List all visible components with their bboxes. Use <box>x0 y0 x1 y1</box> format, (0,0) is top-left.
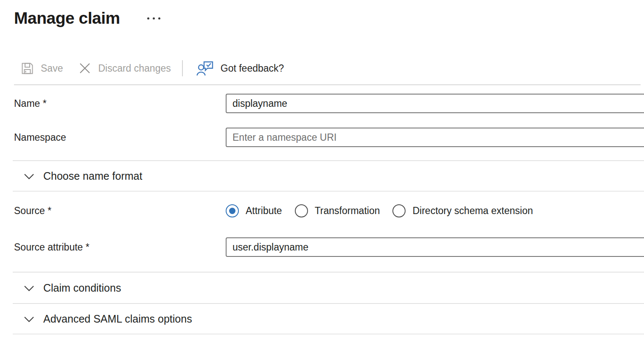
radio-label[interactable]: Directory schema extension <box>412 205 533 217</box>
source-attribute-input[interactable] <box>226 237 644 257</box>
command-bar: Save Discard changes Got fee <box>0 58 644 78</box>
source-option-transformation[interactable]: Transformation <box>295 204 380 217</box>
radio-label[interactable]: Attribute <box>246 205 282 217</box>
section-advanced-saml-claims-options[interactable]: Advanced SAML claims options <box>13 303 644 334</box>
page-title: Manage claim <box>14 9 120 28</box>
chevron-down-icon <box>23 282 35 294</box>
namespace-label: Namespace <box>14 132 226 143</box>
ellipsis-more-icon[interactable] <box>145 15 163 22</box>
source-option-directory-schema-extension[interactable]: Directory schema extension <box>392 204 533 217</box>
source-option-attribute[interactable]: Attribute <box>226 204 282 217</box>
toolbar-bottom-divider <box>14 84 641 85</box>
chevron-down-icon <box>23 170 35 182</box>
save-button[interactable]: Save <box>20 61 63 75</box>
source-attribute-field-row: Source attribute * <box>0 237 644 257</box>
source-attribute-label: Source attribute * <box>14 242 226 253</box>
x-close-icon <box>78 61 92 75</box>
person-speech-bubble-icon <box>196 60 214 77</box>
section-title: Choose name format <box>43 170 142 182</box>
section-title: Advanced SAML claims options <box>43 313 192 325</box>
namespace-input[interactable] <box>226 128 644 147</box>
source-radio-group: Attribute Transformation Directory schem… <box>226 204 546 217</box>
radio-icon[interactable] <box>226 204 239 217</box>
toolbar-divider <box>182 60 183 76</box>
radio-icon[interactable] <box>295 204 308 217</box>
page-header: Manage claim <box>14 8 644 29</box>
discard-changes-button[interactable]: Discard changes <box>78 61 171 75</box>
radio-icon[interactable] <box>392 204 406 217</box>
section-choose-name-format[interactable]: Choose name format <box>13 160 644 192</box>
namespace-field-row: Namespace <box>0 128 644 147</box>
manage-claim-page: Manage claim Save <box>0 0 644 334</box>
chevron-down-icon <box>23 313 35 325</box>
section-title: Claim conditions <box>43 282 121 294</box>
radio-label[interactable]: Transformation <box>315 205 380 217</box>
save-label: Save <box>41 63 63 74</box>
discard-label: Discard changes <box>98 63 171 74</box>
feedback-label: Got feedback? <box>221 63 284 74</box>
source-field-row: Source * Attribute Transformation Direct… <box>0 201 644 220</box>
source-label: Source * <box>14 205 226 217</box>
name-label: Name * <box>14 98 226 109</box>
got-feedback-button[interactable]: Got feedback? <box>196 60 284 77</box>
collapsible-sections: Claim conditions Advanced SAML claims op… <box>13 272 644 334</box>
floppy-disk-icon <box>20 61 34 75</box>
name-input[interactable] <box>226 94 644 113</box>
section-claim-conditions[interactable]: Claim conditions <box>13 272 644 303</box>
name-field-row: Name * <box>0 94 644 113</box>
